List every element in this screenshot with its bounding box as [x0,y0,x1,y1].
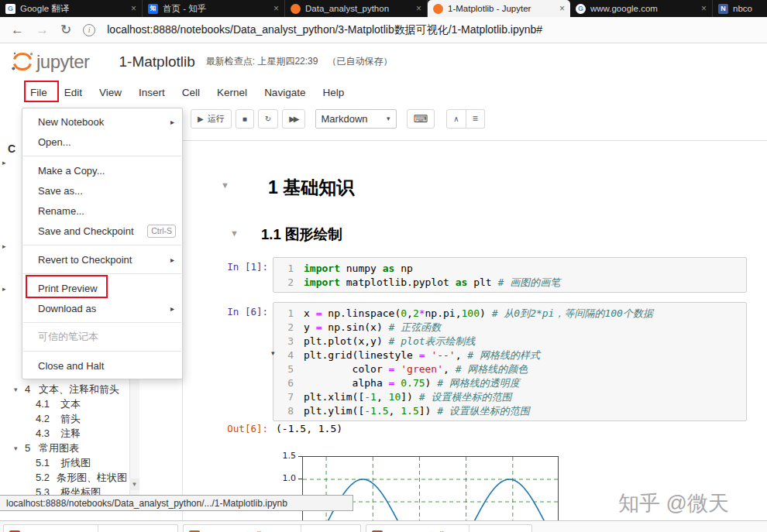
tab-title: Data_analyst_python [305,4,411,13]
code-line[interactable]: 5 color = 'green', # 网格线的颜色 [277,362,743,376]
code-line[interactable]: 3plt.plot(x,y) # plot表示绘制线 [277,335,743,348]
run-label: 运行 [208,113,225,125]
scrollbar-down-icon[interactable]: ▼ [129,479,139,490]
y-tick-label: 1.5 [276,451,296,461]
restart-kernel-button[interactable]: ↻ [258,109,278,129]
page-info-icon[interactable]: i [83,24,95,36]
menu-item-print-preview[interactable]: Print Preview [22,278,182,298]
tab-google-translate[interactable]: G Google 翻译 × [0,0,143,17]
heading-1-1[interactable]: 1.1 图形绘制 [261,225,342,244]
chevron-down-icon[interactable]: ▾ [301,525,311,532]
toc-item-4[interactable]: ▾ 4 文本、注释和箭头 [0,382,127,396]
code-line[interactable]: 8plt.ylim([-1.5, 1.5]) # 设置纵坐标的范围 [277,404,743,418]
download-item-zip[interactable]: matplotlib作业 (1).zip ▾ [183,524,361,532]
command-palette-button[interactable]: ⌨ [407,109,435,129]
browser-tab-bar: G Google 翻译 × 知 首页 - 知乎 × Data_analyst_p… [0,0,767,17]
toc-item-5[interactable]: ▾ 5 常用图表 [0,441,127,455]
menu-item-save-as[interactable]: Save as... [22,180,182,201]
code-line[interactable]: 6 alpha = 0.75) # 网格线的透明度 [277,376,743,390]
close-icon[interactable]: × [559,3,565,14]
heading2-collapse-icon[interactable]: ▼ [230,228,239,238]
menu-item-revert-to-checkpoint[interactable]: Revert to Checkpoint▸ [22,249,182,269]
tab-matplotlib-active[interactable]: 1-Matplotlib - Jupyter × [428,0,570,17]
toc-label: 文本 [60,397,81,411]
toc-item-5-2[interactable]: 5.2 条形图、柱状图 [0,470,127,485]
code-line[interactable]: 1import numpy as np [277,262,743,276]
heading1-collapse-icon[interactable]: ▼ [221,180,229,190]
menu-cell[interactable]: Cell [174,80,208,105]
code-line[interactable]: 2y = np.sin(x) # 正弦函数 [277,321,743,335]
menu-kernel[interactable]: Kernel [208,80,256,105]
code-fold-icon[interactable]: ▾ [271,349,275,357]
link-status-tooltip: localhost:8888/notebooks/Data_analyst_py… [0,495,353,511]
chevron-up-icon: ∧ [453,115,459,123]
tab-zhihu[interactable]: 知 首页 - 知乎 × [143,0,285,17]
fast-forward-icon: ▶▶ [289,115,298,123]
menu-item-label: Make a Copy... [38,165,105,177]
code-line[interactable]: 2import matplotlib.pyplot as plt # 画图的画笔 [277,276,743,290]
toc-header-partial: C [8,142,15,155]
menu-edit[interactable]: Edit [56,80,91,105]
close-icon[interactable]: × [131,3,136,14]
menu-item-open[interactable]: Open... [22,132,182,152]
code-line[interactable]: 1x = np.linspace(0,2*np.pi,100) # 从0到2*p… [277,307,743,321]
restart-run-all-button[interactable]: ▶▶ [282,109,304,129]
input-prompt: In [6]: [194,306,268,317]
toc-item-4-1[interactable]: 4.1 文本 [0,396,127,411]
menu-item-rename[interactable]: Rename... [22,201,182,221]
close-icon[interactable]: × [416,3,421,14]
stop-button[interactable]: ■ [236,109,254,129]
menu-view[interactable]: View [91,80,130,105]
menu-divider [23,322,181,323]
toc-item-5-1[interactable]: 5.1 折线图 [0,455,127,470]
code-cell-input[interactable]: 1import numpy as np2import matplotlib.py… [273,257,747,293]
jupyter-logo[interactable]: jupyter [11,51,90,73]
toc-edge-caret-icon[interactable]: ▸ [2,159,6,166]
menu-divider [23,273,181,274]
tab-title: nbco [733,4,760,13]
run-cell-button[interactable]: ▶ 运行 [191,109,232,129]
menu-item-label: Open... [38,136,71,148]
menu-insert[interactable]: Insert [130,80,174,105]
notebook-title[interactable]: 1-Matplotlib [119,53,195,70]
tab-data-analyst[interactable]: Data_analyst_python × [285,0,428,17]
tab-google[interactable]: G www.google.com × [570,0,713,17]
menu-item-download-as[interactable]: Download as▸ [22,298,182,318]
tab-nbco[interactable]: N nbco [713,0,765,17]
menu-item-save-and-checkpoint[interactable]: Save and CheckpointCtrl-S [22,221,182,241]
toc-item-4-3[interactable]: 4.3 注释 [0,426,127,441]
code-line[interactable]: 7plt.xlim([-1, 10]) # 设置横坐标的范围 [277,390,743,404]
toc-edge-caret-icon[interactable]: ▸ [2,242,6,250]
reload-icon[interactable]: ↻ [60,23,71,36]
menu-item-make-a-copy[interactable]: Make a Copy... [22,160,182,180]
back-icon[interactable]: ← [11,23,24,36]
code-line[interactable]: 4plt.grid(linestyle = '--', # 网格线的样式 [277,348,743,362]
menu-file[interactable]: File [22,80,56,105]
menu-help[interactable]: Help [314,80,353,105]
url-field[interactable]: localhost:8888/notebooks/Data_analyst_py… [107,23,542,37]
jupyter-logo-text: jupyter [36,51,90,73]
code-cell-input[interactable]: 1x = np.linspace(0,2*np.pi,100) # 从0到2*p… [273,302,747,421]
forward-icon[interactable]: → [36,23,49,36]
toggle-caret-icon[interactable]: ▾ [14,444,22,452]
heading-1[interactable]: 1 基础知识 [268,176,354,200]
scroll-up-button[interactable]: ∧ [446,109,466,129]
toggle-caret-icon[interactable]: ▾ [14,386,22,393]
menu-item-close-and-halt[interactable]: Close and Halt [22,355,182,376]
cell-type-select[interactable]: Markdown ▾ [315,109,397,129]
chevron-down-icon[interactable]: ▾ [98,525,108,532]
checkpoint-status: 最新检查点: 上星期四22:39 [206,55,318,68]
jupyter-icon [291,4,301,14]
file-dropdown-menu: New Notebook▸ Open... Make a Copy... Sav… [22,108,183,379]
toc-edge-caret-icon[interactable]: ▸ [2,285,6,293]
close-icon[interactable]: × [273,3,279,14]
close-icon[interactable]: × [701,3,707,14]
menu-item-new-notebook[interactable]: New Notebook▸ [22,112,182,132]
download-item-rar[interactable]: matplotlib作业.rar ▾ [366,524,532,532]
menu-navigate[interactable]: Navigate [256,80,314,105]
google-translate-icon: G [5,4,15,14]
download-item-pdf[interactable]: 1-Matplotlib.pdf ▾ [3,524,178,532]
chevron-down-icon[interactable]: ▾ [469,525,479,532]
toc-item-4-2[interactable]: 4.2 箭头 [0,411,127,426]
toc-list-button[interactable]: ≡ [466,109,485,129]
